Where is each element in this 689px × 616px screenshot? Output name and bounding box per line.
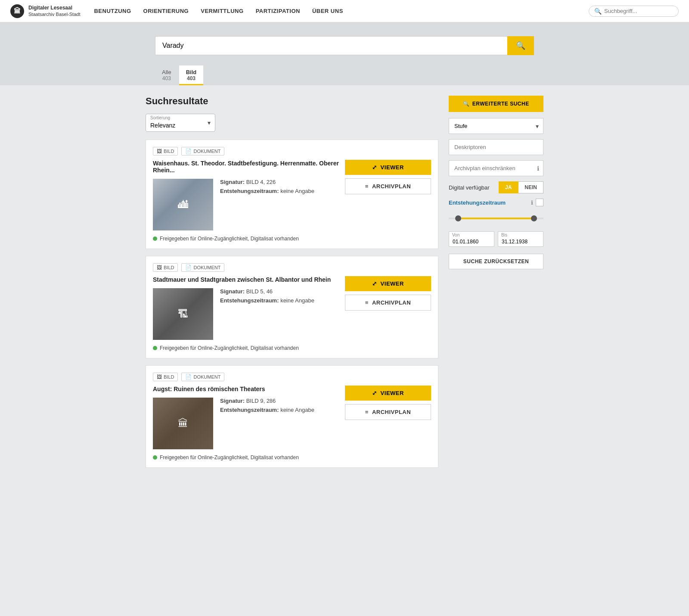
result-card-3-content: Augst: Ruinen des römischen Theaters 🏛 S… (153, 386, 431, 460)
nav-orientierung[interactable]: ORIENTIERUNG (143, 6, 189, 16)
range-slider[interactable] (449, 210, 543, 227)
brand-subtitle: Staatsarchiv Basel-Stadt (28, 12, 80, 17)
deskriptoren-input[interactable] (449, 139, 543, 155)
result-tag-dokument-3: 📄 DOKUMENT (181, 373, 224, 381)
result-card-3: 🖼 BILD 📄 DOKUMENT Augst: Ruinen des römi… (146, 365, 438, 468)
archivplan-icon-1: ≡ (365, 183, 369, 190)
result-image-2: 🏗 (153, 288, 213, 340)
viewer-button-2[interactable]: ⤢ VIEWER (345, 276, 431, 291)
result-title-2: Stadtmauer und Stadtgraben zwischen St. … (153, 276, 340, 283)
tab-bild-count: 403 (186, 75, 197, 81)
result-tag-dokument-1: 📄 DOKUMENT (181, 147, 224, 156)
deskriptoren-filter (449, 139, 543, 155)
toggle-buttons: JA NEIN (499, 181, 543, 193)
result-card-1-tags: 🖼 BILD 📄 DOKUMENT (153, 147, 431, 156)
signatur-label-1: Signatur: (220, 179, 246, 185)
result-card-3-tags: 🖼 BILD 📄 DOKUMENT (153, 373, 431, 381)
result-card-3-left: Augst: Ruinen des römischen Theaters 🏛 S… (153, 386, 340, 460)
viewer-icon-3: ⤢ (372, 390, 377, 396)
bild-tag-icon-2: 🖼 (157, 264, 162, 271)
result-meta-2: Signatur: BILD 5, 46 Entstehungszeitraum… (220, 288, 314, 340)
viewer-button-1[interactable]: ⤢ VIEWER (345, 160, 431, 175)
result-meta-3: Signatur: BILD 9, 286 Entstehungszeitrau… (220, 398, 314, 449)
search-area: 🔍 (0, 22, 689, 65)
stufe-filter: Stufe ▾ (449, 118, 543, 134)
nav-benutzung[interactable]: BENUTZUNG (94, 6, 131, 16)
sort-wrapper: Sortierung Relevanz Datum Titel ▾ (146, 114, 215, 132)
range-thumb-right[interactable] (531, 215, 537, 221)
signatur-label-3: Signatur: (220, 398, 246, 404)
nav-search-input[interactable] (604, 8, 673, 14)
search-bar-wrapper: 🔍 (155, 36, 534, 55)
archivplan-button-3[interactable]: ≡ ARCHIVPLAN (345, 404, 431, 420)
archivplan-input[interactable] (449, 160, 543, 176)
doc-tag-icon-3: 📄 (185, 374, 192, 380)
results-title: Suchresultate (146, 96, 438, 107)
range-thumb-left[interactable] (455, 215, 461, 221)
result-card-1-left: Waisenhaus. St. Theodor. Stadtbefestigun… (153, 160, 340, 242)
result-body-1: 🏙 Signatur: BILD 4, 226 Entstehungszeitr… (153, 179, 340, 230)
tab-bild-label: Bild (186, 69, 197, 75)
result-card-2: 🖼 BILD 📄 DOKUMENT Stadtmauer und Stadtgr… (146, 256, 438, 358)
reset-button[interactable]: SUCHE ZURÜCKSETZEN (449, 254, 543, 269)
result-actions-3: ⤢ VIEWER ≡ ARCHIVPLAN (345, 386, 431, 460)
entstehung-label-3: Entstehungszeitraum: (220, 407, 280, 413)
entstehung-value-2: keine Angabe (280, 297, 314, 304)
brand-title: Digitaler Lesesaal (28, 5, 80, 12)
sort-label: Sortierung (150, 115, 170, 120)
bild-tag-icon-1: 🖼 (157, 148, 162, 154)
archivplan-button-1[interactable]: ≡ ARCHIVPLAN (345, 178, 431, 194)
tab-alle[interactable]: Alle 403 (155, 65, 178, 85)
signatur-value-1: BILD 4, 226 (246, 179, 276, 185)
result-tag-bild-3: 🖼 BILD (153, 373, 178, 381)
result-card-2-tags: 🖼 BILD 📄 DOKUMENT (153, 263, 431, 272)
entstehung-label: Entstehungszeitraum (449, 199, 506, 206)
entstehung-value-3: keine Angabe (280, 407, 314, 413)
result-actions-2: ⤢ VIEWER ≡ ARCHIVPLAN (345, 276, 431, 351)
toggle-ja-button[interactable]: JA (499, 181, 518, 193)
viewer-icon-2: ⤢ (372, 280, 377, 287)
digital-toggle-label: Digital verfügbar (449, 184, 490, 191)
result-image-3: 🏛 (153, 398, 213, 449)
sidebar: 🔍 ERWEITERTE SUCHE Stufe ▾ ℹ Digita (449, 96, 543, 475)
brand-logo-link[interactable]: 🏛 Digitaler Lesesaal Staatsarchiv Basel-… (10, 4, 80, 18)
nav-vermittlung[interactable]: VERMITTLUNG (201, 6, 243, 16)
date-von-label: Von (452, 233, 459, 237)
result-status-1: Freigegeben für Online-Zugänglichkeit, D… (153, 236, 340, 242)
result-title-1: Waisenhaus. St. Theodor. Stadtbefestigun… (153, 160, 340, 174)
nav-search-icon: 🔍 (594, 8, 602, 15)
erweiterte-suche-button[interactable]: 🔍 ERWEITERTE SUCHE (449, 96, 543, 112)
results-column: Suchresultate Sortierung Relevanz Datum … (146, 96, 438, 475)
status-dot-2 (153, 346, 157, 350)
result-tag-dokument-2: 📄 DOKUMENT (181, 263, 224, 272)
nav-ueber-uns[interactable]: ÜBER UNS (312, 6, 343, 16)
archivplan-input-wrapper: ℹ (449, 160, 543, 176)
range-fill (458, 218, 534, 219)
search-input[interactable] (155, 36, 507, 55)
toggle-nein-button[interactable]: NEIN (518, 181, 543, 193)
result-title-3: Augst: Ruinen des römischen Theaters (153, 386, 340, 392)
viewer-icon-1: ⤢ (372, 164, 377, 171)
tab-alle-count: 403 (162, 75, 171, 81)
date-von-wrapper: Von (449, 231, 494, 247)
archivplan-filter: ℹ (449, 160, 543, 176)
tab-bild[interactable]: Bild 403 (179, 65, 204, 85)
date-range-row: Von Bis (449, 231, 543, 247)
viewer-button-3[interactable]: ⤢ VIEWER (345, 386, 431, 401)
entstehung-info-icon: ℹ (531, 199, 533, 206)
archivplan-button-2[interactable]: ≡ ARCHIVPLAN (345, 295, 431, 311)
search-button[interactable]: 🔍 (507, 36, 534, 55)
result-status-3: Freigegeben für Online-Zugänglichkeit, D… (153, 454, 340, 460)
result-card-2-left: Stadtmauer und Stadtgraben zwischen St. … (153, 276, 340, 351)
stufe-select[interactable]: Stufe (449, 118, 543, 134)
nav-partizipation[interactable]: PARTIZIPATION (256, 6, 300, 16)
entstehung-label-1: Entstehungszeitraum: (220, 188, 280, 194)
range-track (449, 218, 543, 219)
entstehung-checkbox[interactable] (536, 199, 543, 206)
result-body-3: 🏛 Signatur: BILD 9, 286 Entstehungszeitr… (153, 398, 340, 449)
entstehung-label-2: Entstehungszeitraum: (220, 297, 280, 304)
status-text-1: Freigegeben für Online-Zugänglichkeit, D… (160, 236, 299, 242)
entstehung-row-right: ℹ (531, 199, 543, 206)
signatur-value-2: BILD 5, 46 (246, 288, 273, 295)
status-text-2: Freigegeben für Online-Zugänglichkeit, D… (160, 345, 299, 351)
